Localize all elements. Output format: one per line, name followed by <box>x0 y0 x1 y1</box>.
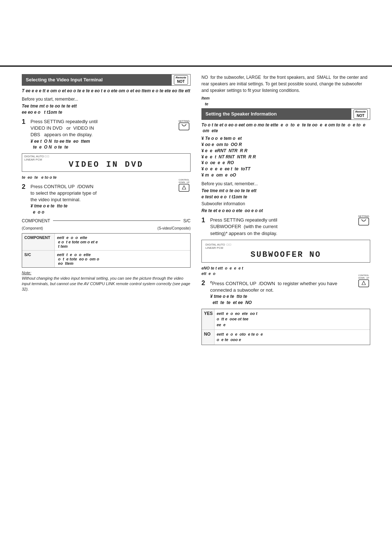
component-left-label: COMPONENT <box>22 218 50 223</box>
remote-not-badge-left: Remote NOT <box>171 74 190 85</box>
not-label: NOT <box>176 80 186 84</box>
remote-not-inner-left: Remote NOT <box>174 75 188 85</box>
sub-display-labels: DIGITAL AUTO □ □LINEAR PCM <box>205 243 366 250</box>
svg-rect-1 <box>179 123 189 130</box>
control-icon-left: CONTROL DOWN UP <box>177 178 191 194</box>
svg-marker-5 <box>182 186 186 189</box>
component-sub-labels: (Component) (S-video/Composite) <box>22 226 191 230</box>
step2-number: 2 <box>22 183 28 190</box>
note-body: Without changing the video input termina… <box>22 276 191 292</box>
setting-icon-left: SETTING <box>177 118 191 131</box>
sc-label: S/C <box>183 218 191 223</box>
bullet-item-1: Te o o e tem o et <box>201 135 370 142</box>
step2-right: 2 ePress CONTROL UP /DOWN to CONTROL DOW… <box>201 280 370 306</box>
step1-sub: ¥ ee t O N to ee tte eo ttem te e O N o … <box>30 138 191 151</box>
step1-number: 1 <box>22 118 28 125</box>
sc-sub: (S-video/Composite) <box>158 226 191 230</box>
left-header-text: Selecting the Video Input Terminal <box>22 74 171 85</box>
right-remember-italic2: Tee tme mt o te oo te te ett e test eo e… <box>201 188 370 200</box>
right-section-header: Setting the Speaker Information Remote N… <box>201 108 370 120</box>
control-icon-right: CONTROL DOWN UP <box>357 273 370 290</box>
table-label-component: COMPONENT <box>22 234 55 250</box>
table-content-component: eett e o o ette e o t e tote om o et e t… <box>55 234 190 250</box>
svg-text:CONTROL: CONTROL <box>179 179 189 181</box>
component-table: COMPONENT eett e o o ette e o t e tote o… <box>22 233 191 268</box>
subwoofer-intro-italic: Re te et e o eo o ete oo e o ot <box>201 208 370 214</box>
item-label: Item <box>201 96 370 100</box>
remote-label-right: Remote <box>355 110 366 114</box>
bullet-item-6: o e e e ee t te toTT <box>201 166 370 172</box>
left-column: Selecting the Video Input Terminal Remot… <box>22 74 191 348</box>
bullet-item-4: e e t NT RNT NTR R R <box>201 154 370 160</box>
yn-content-no: eett e o e oto e te o e o e te ooo e <box>215 330 370 345</box>
step2-sub-left: ¥ tme o e te tto te e o o <box>30 203 191 215</box>
bullet-item-3: e e eRNT NTR R R <box>201 148 370 154</box>
step2-right-sub: ¥ tme o e te tto te ett te te et ee NO <box>210 293 370 306</box>
setting-icon-right: SETTING <box>357 214 370 227</box>
component-sub: (Component) <box>22 226 43 230</box>
step1-right-number: 1 <box>201 217 208 223</box>
svg-text:DOWN   UP: DOWN UP <box>358 277 369 279</box>
subwoofer-display: DIGITAL AUTO □ □LINEAR PCM SUBWOOFER NO <box>201 240 370 263</box>
table-label-sc: S/C <box>22 251 55 267</box>
left-intro-italic: T ee e e e tt e om o et eo o te e te e e… <box>22 88 191 94</box>
yn-label-yes: YES <box>202 309 215 329</box>
step1-left: 1 Press SETTING repeatedly until VIDEO I… <box>22 118 191 150</box>
bullet-item-7: m e om e oO <box>201 172 370 178</box>
bullet-item-2: oo e om to OO R <box>201 142 370 148</box>
page-container: Selecting the Video Input Terminal Remot… <box>0 65 392 555</box>
left-remember: Before you start, remember... <box>22 97 191 102</box>
yn-row-no: NO eett e o e oto e te o e o e te ooo e <box>202 330 370 345</box>
yn-content-yes: eett e o eo ete oo t o tt e ooe ot tee e… <box>215 309 370 329</box>
step2-left: 2 Press CONTROL UP /DOWN to select the a… <box>22 183 191 215</box>
svg-text:SETTING: SETTING <box>358 215 369 218</box>
bullet-item-5: o oe e e RO <box>201 160 370 166</box>
sub-display-text: SUBWOOFER NO <box>205 250 366 259</box>
display-box-1: DIGITAL AUTO □ □LINEAR PCM VIDEO IN DVD <box>22 153 191 172</box>
display-text-1: VIDEO IN DVD <box>26 160 187 169</box>
remote-not-badge-right: Remote NOT <box>351 109 370 119</box>
component-diagram: COMPONENT S/C <box>22 218 191 223</box>
right-intro-text: NO for the subwoofer, LARGE for the fron… <box>201 74 370 94</box>
intro-italic-text: T ee e e e tt e om o et eo o te e te e e… <box>22 88 190 93</box>
left-section-header: Selecting the Video Input Terminal Remot… <box>22 74 191 86</box>
yn-label-no: NO <box>202 330 215 345</box>
right-column: NO for the subwoofer, LARGE for the fron… <box>201 74 370 348</box>
step2-right-content: ePress CONTROL UP /DOWN to CONTROL DOWN … <box>210 280 370 306</box>
svg-text:DOWN   UP: DOWN UP <box>179 181 189 183</box>
right-header-text: Setting the Speaker Information <box>202 109 351 119</box>
yn-row-yes: YES eett e o eo ete oo t o tt e ooe ot t… <box>202 309 370 330</box>
subwoofer-info-label: Subwoofer information <box>201 201 370 206</box>
step1-content: Press SETTING repeatedly until VIDEO IN … <box>30 118 191 150</box>
table-row-component: COMPONENT eett e o o ette e o t e tote o… <box>22 234 190 251</box>
step1-right: 1 Press SETTING repeatedly until SUBWOOF… <box>201 217 370 237</box>
right-intro-italic2: To o t te et o eo o eet om o mo te ette … <box>201 122 370 134</box>
step2-right-number: 2 <box>201 280 208 286</box>
note-label: Note: <box>22 271 191 275</box>
svg-text:SETTING: SETTING <box>179 120 189 122</box>
yes-no-table: YES eett e o eo ete oo t o tt e ooe ot t… <box>201 309 370 345</box>
remote-not-inner-right: Remote NOT <box>354 109 368 119</box>
content-area: Selecting the Video Input Terminal Remot… <box>0 67 392 348</box>
remote-label: Remote <box>176 76 186 80</box>
svg-rect-7 <box>359 218 369 225</box>
right-remember: Before you start, remember... <box>201 181 370 186</box>
component-line <box>53 220 180 221</box>
svg-marker-11 <box>362 281 366 285</box>
display-label-small-1: DIGITAL AUTO □ □LINEAR PCM <box>24 155 49 161</box>
svg-text:CONTROL: CONTROL <box>358 274 369 276</box>
display2-note: eNO te t ett o e e e t ett e o <box>201 266 370 277</box>
right-bullet-list: Te o o e tem o et oo e om to OO R e e eR… <box>201 135 370 178</box>
left-remember-italic: Tee tme mt o te oo te te ett ee eo e o t… <box>22 103 191 116</box>
right-col-sub: te <box>201 102 370 106</box>
display1-sub: te eo te e to o te <box>22 175 191 180</box>
table-content-sc: eett t e o o ette o t e tote eo o om o e… <box>55 251 190 267</box>
not-label-right: NOT <box>355 114 366 118</box>
step2-content: Press CONTROL UP /DOWN to select the app… <box>30 183 191 215</box>
table-row-sc: S/C eett t e o o ette o t e tote eo o om… <box>22 251 190 267</box>
note-section: Note: Without changing the video input t… <box>22 271 191 292</box>
step1-right-content: Press SETTING repeatedly until SUBWOOFER… <box>210 217 370 237</box>
